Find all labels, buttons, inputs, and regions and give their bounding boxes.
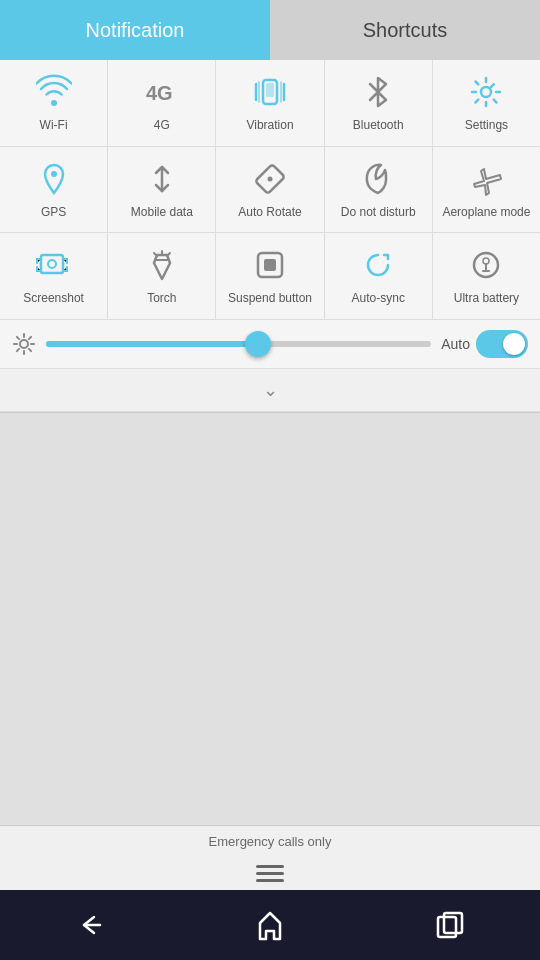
svg-point-11 (268, 176, 273, 181)
grid-item-auto-rotate[interactable]: Auto Rotate (216, 147, 324, 233)
auto-brightness-toggle-container: Auto (441, 330, 528, 358)
home-button[interactable] (254, 909, 286, 941)
do-not-disturb-icon (358, 159, 398, 199)
auto-rotate-icon (250, 159, 290, 199)
shortcuts-row-2: GPS Mobile data Auto Rotate (0, 147, 540, 234)
auto-sync-label: Auto-sync (352, 291, 405, 307)
auto-brightness-toggle[interactable] (476, 330, 528, 358)
bluetooth-label: Bluetooth (353, 118, 404, 134)
ultra-battery-icon (466, 245, 506, 285)
gps-label: GPS (41, 205, 66, 221)
emergency-bar: Emergency calls only (0, 825, 540, 857)
svg-rect-2 (266, 83, 274, 97)
grid-item-vibration[interactable]: Vibration (216, 60, 324, 146)
tab-shortcuts-label: Shortcuts (363, 19, 447, 42)
gps-icon (34, 159, 74, 199)
wifi-label: Wi-Fi (40, 118, 68, 134)
svg-point-13 (48, 260, 56, 268)
svg-marker-14 (154, 255, 170, 279)
expand-row[interactable]: ⌄ (0, 369, 540, 412)
settings-icon (466, 72, 506, 112)
recents-button[interactable] (434, 909, 466, 941)
svg-rect-12 (41, 255, 63, 273)
expand-arrow-icon: ⌄ (263, 379, 278, 401)
suspend-icon (250, 245, 290, 285)
screenshot-label: Screenshot (23, 291, 84, 307)
brightness-row: Auto (0, 320, 540, 369)
svg-point-7 (481, 87, 491, 97)
grid-item-auto-sync[interactable]: Auto-sync (325, 233, 433, 319)
svg-line-32 (29, 337, 31, 339)
mobile-data-label: Mobile data (131, 205, 193, 221)
grid-item-torch[interactable]: Torch (108, 233, 216, 319)
torch-icon (142, 245, 182, 285)
svg-text:4G: 4G (146, 82, 173, 104)
svg-point-8 (51, 171, 57, 177)
grid-item-settings[interactable]: Settings (433, 60, 540, 146)
menu-line-1 (256, 865, 284, 868)
dnd-label: Do not disturb (341, 205, 416, 221)
grid-item-mobile-data[interactable]: Mobile data (108, 147, 216, 233)
grid-item-bluetooth[interactable]: Bluetooth (325, 60, 433, 146)
brightness-slider[interactable] (46, 341, 431, 347)
grid-item-4g[interactable]: 4G 4G (108, 60, 216, 146)
grid-item-ultra-battery[interactable]: Ultra battery (433, 233, 540, 319)
bluetooth-icon (358, 72, 398, 112)
grid-item-screenshot[interactable]: Screenshot (0, 233, 108, 319)
menu-line-3 (256, 879, 284, 882)
grid-item-aeroplane[interactable]: Aeroplane mode (433, 147, 540, 233)
grid-item-dnd[interactable]: Do not disturb (325, 147, 433, 233)
suspend-label: Suspend button (228, 291, 312, 307)
4g-icon: 4G (142, 72, 182, 112)
auto-brightness-label: Auto (441, 336, 470, 352)
torch-label: Torch (147, 291, 176, 307)
grid-item-wifi[interactable]: Wi-Fi (0, 60, 108, 146)
toggle-knob (503, 333, 525, 355)
grid-item-gps[interactable]: GPS (0, 147, 108, 233)
svg-point-25 (20, 340, 28, 348)
auto-rotate-label: Auto Rotate (238, 205, 301, 221)
settings-label: Settings (465, 118, 508, 134)
aeroplane-label: Aeroplane mode (442, 205, 530, 221)
shortcuts-row-3: Screenshot Torch Suspend (0, 233, 540, 320)
menu-line-2 (256, 872, 284, 875)
svg-line-31 (29, 349, 31, 351)
auto-sync-icon (358, 245, 398, 285)
grid-item-suspend[interactable]: Suspend button (216, 233, 324, 319)
ultra-battery-label: Ultra battery (454, 291, 519, 307)
wifi-icon (34, 72, 74, 112)
svg-line-17 (154, 253, 157, 256)
vibration-icon (250, 72, 290, 112)
main-content (0, 413, 540, 825)
mobile-data-icon (142, 159, 182, 199)
screenshot-icon (34, 245, 74, 285)
emergency-text: Emergency calls only (209, 834, 332, 849)
brightness-icon (12, 332, 36, 356)
tab-notification[interactable]: Notification (0, 0, 270, 60)
shortcuts-row-1: Wi-Fi 4G 4G Vibration (0, 60, 540, 147)
4g-label: 4G (154, 118, 170, 134)
aeroplane-icon (466, 159, 506, 199)
menu-lines-container[interactable] (0, 857, 540, 890)
vibration-label: Vibration (246, 118, 293, 134)
tab-notification-label: Notification (86, 19, 185, 42)
tab-shortcuts[interactable]: Shortcuts (270, 0, 540, 60)
back-button[interactable] (74, 909, 106, 941)
svg-line-30 (17, 337, 19, 339)
svg-rect-20 (264, 259, 276, 271)
nav-bar (0, 890, 540, 960)
quick-settings-panel: Wi-Fi 4G 4G Vibration (0, 60, 540, 413)
svg-line-18 (167, 253, 170, 256)
svg-line-33 (17, 349, 19, 351)
